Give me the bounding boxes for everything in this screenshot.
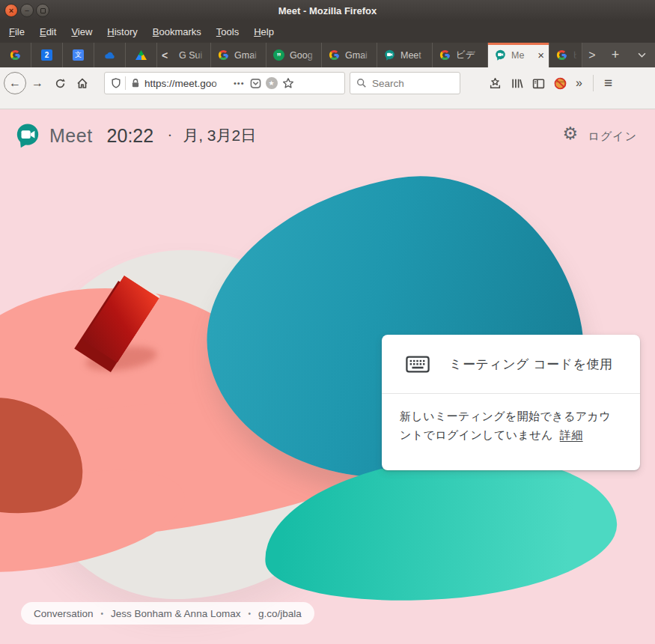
home-icon [76,77,88,89]
tab-list-chevron-icon[interactable] [629,43,654,67]
home-button[interactable] [71,72,94,94]
pinned-tab-google[interactable] [0,43,31,67]
reload-button[interactable] [49,72,71,94]
tab-gmail-1[interactable]: Gmai [211,43,266,67]
hangouts-favicon: ” [273,49,284,61]
meet-header: Meet 20:22 ・ 月, 3月2日 ⚙ ログイン [0,109,655,162]
onedrive-favicon [103,51,116,60]
firefox-window: × − Meet - Mozilla Firefox File Edit Vie… [0,0,655,644]
menu-bookmarks[interactable]: Bookmarks [145,21,209,43]
meet-page: Meet 20:22 ・ 月, 3月2日 ⚙ ログイン ミーティング コードを使… [0,109,655,644]
hamburger-menu-icon[interactable]: ≡ [604,75,612,91]
window-close-button[interactable]: × [4,4,18,17]
meet-favicon [384,49,395,61]
pinned-tab-translate[interactable]: 文 [63,43,94,67]
google-favicon [439,49,451,61]
meet-favicon [495,49,506,61]
page-actions-icon[interactable]: ••• [234,79,245,88]
tab-scroll-right-icon[interactable]: > [582,43,602,67]
translate-favicon: 文 [73,49,84,61]
details-link[interactable]: 詳細 [560,428,583,441]
card-body: 新しいミーティングを開始できるアカウントでログインしていません詳細 [382,394,640,444]
menu-view[interactable]: View [64,21,100,43]
menu-edit[interactable]: Edit [32,21,64,43]
window-minimize-button[interactable]: − [20,4,34,17]
tab-close-icon[interactable]: × [537,49,544,61]
url-text[interactable]: https://meet.goo [144,78,228,89]
meet-logo [15,123,40,148]
pocket-icon[interactable] [250,78,261,89]
menu-bar: File Edit View History Bookmarks Tools H… [0,21,655,43]
new-tab-button[interactable]: + [602,43,629,67]
title-bar: × − Meet - Mozilla Firefox [0,0,655,21]
forward-button[interactable]: → [26,76,49,90]
card-title: ミーティング コードを使用 [449,356,612,373]
bookmarks-menu-icon[interactable] [489,77,502,90]
tab-gsuite[interactable]: G Sui [172,43,211,67]
caption-separator: • [248,610,251,618]
pinned-tabs: 2 文 [0,43,157,67]
tab-google-video[interactable]: ビデ [433,43,488,67]
google-favicon [329,49,340,61]
menu-tools[interactable]: Tools [209,21,246,43]
library-icon[interactable] [511,77,523,90]
tab-hangouts[interactable]: ” Goog [266,43,322,67]
pinned-tab-drive[interactable] [126,43,157,67]
illustration-red-box [88,276,171,377]
app-name: Meet [49,125,93,147]
caption-separator: • [101,610,104,618]
navigation-toolbar: ← → https://meet.goo ••• ★ [0,67,655,109]
url-bar[interactable]: https://meet.goo ••• ★ [104,72,345,94]
separator-dot: ・ [164,129,175,143]
date-text: 月, 3月2日 [183,125,256,146]
addon-star-icon[interactable]: ★ [266,77,278,89]
pinned-tab-onedrive[interactable] [94,43,126,67]
tab-meet-1[interactable]: Meet [377,43,433,67]
search-input[interactable] [372,78,447,89]
caption-authors: Jess Bonham & Anna Lomax [111,608,240,619]
google-favicon [218,49,229,61]
tab-bar: 2 文 < G Sui Gmai ” Goog Gmai [0,43,655,67]
calendar-favicon: 2 [41,49,52,61]
caption-url: g.co/jbala [258,608,302,619]
maximize-icon [40,8,46,13]
use-meeting-code-button[interactable]: ミーティング コードを使用 [382,335,640,394]
drive-favicon [135,50,147,60]
clock-time: 20:22 [107,125,154,147]
divider [593,75,594,91]
bookmark-star-icon[interactable] [282,77,294,89]
keyboard-icon [406,355,430,374]
adblock-extension-icon[interactable] [554,77,567,90]
settings-gear-icon[interactable]: ⚙ [562,125,578,142]
meeting-code-card: ミーティング コードを使用 新しいミーティングを開始できるアカウントでログインし… [382,335,640,470]
back-button[interactable]: ← [4,72,26,94]
menu-history[interactable]: History [100,21,144,43]
tracking-shield-icon [111,78,121,88]
menu-help[interactable]: Help [246,21,281,43]
search-bar[interactable] [350,72,460,94]
wallpaper-caption-chip: Conversation • Jess Bonham & Anna Lomax … [21,602,314,625]
menu-file[interactable]: File [1,21,32,43]
caption-label: Conversation [34,608,94,619]
google-favicon [10,49,21,61]
google-favicon [556,49,567,61]
overflow-menu-icon[interactable]: » [576,76,582,90]
tab-google-video-2[interactable]: ビ [549,43,582,67]
tab-gmail-2[interactable]: Gmai [322,43,377,67]
divider [125,76,126,90]
reload-icon [55,78,66,89]
window-maximize-button[interactable] [36,4,49,17]
login-link[interactable]: ログイン [588,130,637,144]
lock-icon [131,78,140,88]
search-icon [356,78,367,88]
tab-scroll-left-icon[interactable]: < [157,43,172,67]
tab-meet-active[interactable]: Me × [488,43,549,67]
pinned-tab-calendar[interactable]: 2 [31,43,63,67]
sidebar-icon[interactable] [532,77,545,90]
window-title: Meet - Mozilla Firefox [0,5,655,16]
